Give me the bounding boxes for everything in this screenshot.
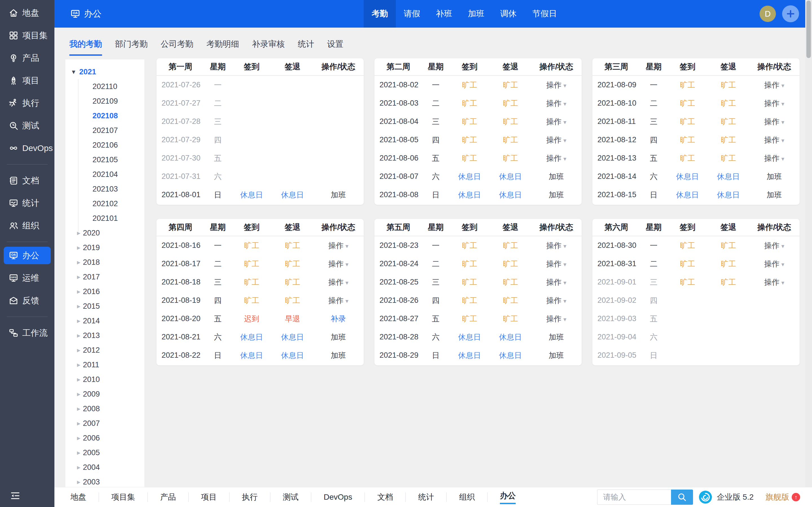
bottom-nav-办公[interactable]: 办公	[488, 492, 528, 502]
sidebar-item-grid[interactable]: 项目集	[0, 24, 54, 47]
tree-year-2017[interactable]: ▸2017	[65, 270, 144, 284]
create-button[interactable]	[782, 5, 799, 22]
action-menu[interactable]: 操作▾	[546, 154, 566, 163]
makeup-link[interactable]: 补录	[331, 315, 346, 323]
sidebar-item-doc[interactable]: 文档	[0, 169, 54, 192]
subtab-部门考勤[interactable]: 部门考勤	[115, 39, 148, 56]
sidebar-item-infinity[interactable]: DevOps	[0, 137, 54, 159]
subtab-我的考勤[interactable]: 我的考勤	[69, 39, 102, 56]
action-menu[interactable]: 操作▾	[764, 154, 784, 163]
tree-year-2021[interactable]: ▾2021	[65, 64, 144, 79]
overtime-link[interactable]: 加班	[331, 191, 346, 199]
tree-year-2005[interactable]: ▸2005	[65, 445, 144, 460]
bottom-nav-组织[interactable]: 组织	[447, 492, 488, 502]
tree-year-2009[interactable]: ▸2009	[65, 387, 144, 401]
action-menu[interactable]: 操作▾	[546, 117, 566, 126]
tree-year-2019[interactable]: ▸2019	[65, 240, 144, 255]
subtab-设置[interactable]: 设置	[327, 39, 343, 56]
tree-month-202103[interactable]: 202103	[65, 182, 144, 196]
header-tab-补班[interactable]: 补班	[428, 0, 460, 27]
sidebar-item-rocket[interactable]: 项目	[0, 69, 54, 92]
sidebar-item-monitor-oa[interactable]: OA 办公	[4, 247, 51, 264]
action-menu[interactable]: 操作▾	[328, 278, 349, 286]
tree-year-2004[interactable]: ▸2004	[65, 460, 144, 474]
action-menu[interactable]: 操作▾	[764, 136, 784, 144]
sidebar-item-magnifier[interactable]: 测试	[0, 114, 54, 137]
tree-month-202110[interactable]: 202110	[65, 79, 144, 94]
action-menu[interactable]: 操作▾	[328, 296, 349, 305]
action-menu[interactable]: 操作▾	[546, 136, 566, 144]
action-menu[interactable]: 操作▾	[546, 241, 566, 250]
action-menu[interactable]: 操作▾	[546, 278, 566, 286]
subtab-补录审核[interactable]: 补录审核	[252, 39, 285, 56]
overtime-link[interactable]: 加班	[549, 333, 564, 341]
sidebar-item-bulb[interactable]: 产品	[0, 47, 54, 69]
header-tab-节假日[interactable]: 节假日	[524, 0, 565, 27]
bottom-nav-产品[interactable]: 产品	[148, 492, 189, 502]
action-menu[interactable]: 操作▾	[764, 260, 784, 268]
action-menu[interactable]: 操作▾	[546, 99, 566, 108]
action-menu[interactable]: 操作▾	[328, 241, 349, 250]
tree-month-202104[interactable]: 202104	[65, 167, 144, 182]
tree-year-2010[interactable]: ▸2010	[65, 372, 144, 387]
sidebar-item-workflow[interactable]: 工作流	[0, 322, 54, 344]
tree-month-202102[interactable]: 202102	[65, 196, 144, 211]
tree-year-2012[interactable]: ▸2012	[65, 343, 144, 357]
action-menu[interactable]: 操作▾	[764, 117, 784, 126]
action-menu[interactable]: 操作▾	[328, 260, 349, 268]
tree-year-2008[interactable]: ▸2008	[65, 401, 144, 416]
bottom-nav-DevOps[interactable]: DevOps	[311, 492, 365, 502]
header-tab-请假[interactable]: 请假	[396, 0, 428, 27]
overtime-link[interactable]: 加班	[331, 333, 346, 341]
sidebar-item-monitor-chart[interactable]: 统计	[0, 192, 54, 214]
tree-year-2006[interactable]: ▸2006	[65, 431, 144, 445]
action-menu[interactable]: 操作▾	[546, 315, 566, 323]
bottom-nav-文档[interactable]: 文档	[365, 492, 406, 502]
tree-year-2007[interactable]: ▸2007	[65, 416, 144, 431]
header-tab-考勤[interactable]: 考勤	[364, 0, 396, 27]
edition-upgrade[interactable]: 旗舰版 ↑	[765, 492, 800, 503]
overtime-link[interactable]: 加班	[549, 351, 564, 360]
bottom-nav-执行[interactable]: 执行	[230, 492, 270, 502]
header-tab-调休[interactable]: 调休	[492, 0, 524, 27]
action-menu[interactable]: 操作▾	[764, 81, 784, 89]
header-tab-加班[interactable]: 加班	[460, 0, 492, 27]
action-menu[interactable]: 操作▾	[764, 99, 784, 108]
search-input[interactable]	[597, 490, 671, 505]
tree-month-202108[interactable]: 202108	[65, 108, 144, 123]
subtab-公司考勤[interactable]: 公司考勤	[161, 39, 193, 56]
search-button[interactable]	[671, 490, 693, 505]
tree-month-202106[interactable]: 202106	[65, 138, 144, 152]
overtime-link[interactable]: 加班	[767, 172, 782, 181]
bottom-nav-测试[interactable]: 测试	[270, 492, 311, 502]
sidebar-item-runner[interactable]: 执行	[0, 92, 54, 114]
bottom-nav-统计[interactable]: 统计	[406, 492, 447, 502]
tree-year-2013[interactable]: ▸2013	[65, 328, 144, 343]
bottom-nav-地盘[interactable]: 地盘	[58, 492, 99, 502]
tree-year-2016[interactable]: ▸2016	[65, 284, 144, 299]
avatar[interactable]: D	[760, 6, 776, 22]
sidebar-item-home[interactable]: 地盘	[0, 2, 54, 24]
tree-month-202107[interactable]: 202107	[65, 123, 144, 138]
action-menu[interactable]: 操作▾	[546, 81, 566, 89]
scrollbar-thumb[interactable]	[806, 1, 811, 58]
tree-year-2003[interactable]: ▸2003	[65, 474, 144, 487]
bottom-nav-项目[interactable]: 项目	[189, 492, 230, 502]
overtime-link[interactable]: 加班	[767, 191, 782, 199]
action-menu[interactable]: 操作▾	[764, 278, 784, 286]
zentao-logo[interactable]	[699, 490, 712, 504]
tree-year-2014[interactable]: ▸2014	[65, 314, 144, 328]
overtime-link[interactable]: 加班	[549, 191, 564, 199]
sidebar-item-people[interactable]: 组织	[0, 214, 54, 237]
sidebar-item-monitor-ops[interactable]: OPS 运维	[0, 267, 54, 289]
sidebar-item-envelope[interactable]: 反馈	[0, 289, 54, 312]
subtab-考勤明细[interactable]: 考勤明细	[206, 39, 239, 56]
tree-month-202109[interactable]: 202109	[65, 94, 144, 108]
tree-month-202101[interactable]: 202101	[65, 211, 144, 226]
tree-month-202105[interactable]: 202105	[65, 152, 144, 167]
action-menu[interactable]: 操作▾	[546, 296, 566, 305]
app-brand[interactable]: OA 办公	[70, 0, 101, 27]
tree-year-2018[interactable]: ▸2018	[65, 255, 144, 270]
tree-year-2015[interactable]: ▸2015	[65, 299, 144, 314]
overtime-link[interactable]: 加班	[331, 351, 346, 360]
